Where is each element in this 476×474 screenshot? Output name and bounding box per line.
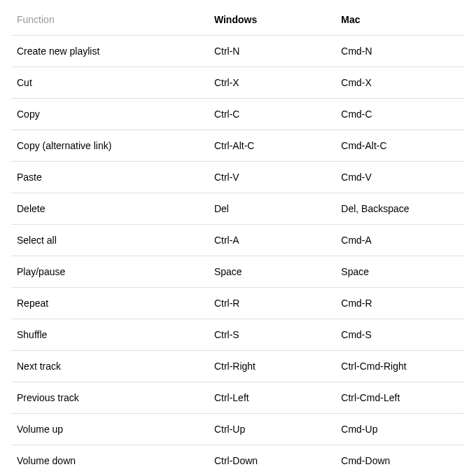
table-row: DeleteDelDel, Backspace xyxy=(11,193,465,225)
shortcuts-table: Function Windows Mac Create new playlist… xyxy=(11,7,465,474)
cell-windows: Ctrl-N xyxy=(209,36,335,67)
cell-windows: Del xyxy=(209,193,335,225)
cell-mac: Del, Backspace xyxy=(335,193,465,225)
cell-windows: Ctrl-A xyxy=(209,225,335,256)
cell-function: Select all xyxy=(11,225,209,256)
cell-windows: Ctrl-V xyxy=(209,162,335,193)
cell-mac: Cmd-S xyxy=(335,319,465,351)
cell-mac: Cmd-V xyxy=(335,162,465,193)
cell-mac: Cmd-R xyxy=(335,288,465,319)
header-mac: Mac xyxy=(335,7,465,36)
cell-function: Volume up xyxy=(11,414,209,445)
table-row: CopyCtrl-CCmd-C xyxy=(11,99,465,130)
table-row: Next trackCtrl-RightCtrl-Cmd-Right xyxy=(11,351,465,382)
cell-function: Next track xyxy=(11,351,209,382)
table-row: Create new playlistCtrl-NCmd-N xyxy=(11,36,465,67)
header-function: Function xyxy=(11,7,209,36)
cell-mac: Cmd-X xyxy=(335,67,465,99)
table-row: Volume upCtrl-UpCmd-Up xyxy=(11,414,465,445)
cell-windows: Ctrl-Up xyxy=(209,414,335,445)
table-row: Previous trackCtrl-LeftCtrl-Cmd-Left xyxy=(11,382,465,414)
table-header-row: Function Windows Mac xyxy=(11,7,465,36)
table-row: PasteCtrl-VCmd-V xyxy=(11,162,465,193)
cell-mac: Cmd-C xyxy=(335,99,465,130)
table-row: Copy (alternative link)Ctrl-Alt-CCmd-Alt… xyxy=(11,130,465,162)
cell-windows: Ctrl-Alt-C xyxy=(209,130,335,162)
cell-mac: Ctrl-Cmd-Left xyxy=(335,382,465,414)
cell-mac: Cmd-N xyxy=(335,36,465,67)
cell-function: Create new playlist xyxy=(11,36,209,67)
cell-windows: Space xyxy=(209,256,335,288)
cell-windows: Ctrl-Left xyxy=(209,382,335,414)
cell-mac: Cmd-A xyxy=(335,225,465,256)
table-body: Create new playlistCtrl-NCmd-NCutCtrl-XC… xyxy=(11,36,465,475)
table-row: ShuffleCtrl-SCmd-S xyxy=(11,319,465,351)
cell-function: Cut xyxy=(11,67,209,99)
cell-windows: Ctrl-Down xyxy=(209,445,335,475)
table-row: Volume downCtrl-DownCmd-Down xyxy=(11,445,465,475)
table-row: CutCtrl-XCmd-X xyxy=(11,67,465,99)
cell-mac: Cmd-Alt-C xyxy=(335,130,465,162)
header-windows: Windows xyxy=(209,7,335,36)
cell-windows: Ctrl-S xyxy=(209,319,335,351)
cell-windows: Ctrl-R xyxy=(209,288,335,319)
cell-function: Delete xyxy=(11,193,209,225)
cell-mac: Space xyxy=(335,256,465,288)
cell-function: Copy xyxy=(11,99,209,130)
cell-mac: Ctrl-Cmd-Right xyxy=(335,351,465,382)
cell-mac: Cmd-Up xyxy=(335,414,465,445)
cell-function: Shuffle xyxy=(11,319,209,351)
cell-windows: Ctrl-X xyxy=(209,67,335,99)
cell-windows: Ctrl-Right xyxy=(209,351,335,382)
cell-mac: Cmd-Down xyxy=(335,445,465,475)
cell-function: Paste xyxy=(11,162,209,193)
cell-function: Previous track xyxy=(11,382,209,414)
table-row: RepeatCtrl-RCmd-R xyxy=(11,288,465,319)
cell-function: Copy (alternative link) xyxy=(11,130,209,162)
cell-function: Repeat xyxy=(11,288,209,319)
cell-windows: Ctrl-C xyxy=(209,99,335,130)
table-row: Play/pauseSpaceSpace xyxy=(11,256,465,288)
cell-function: Play/pause xyxy=(11,256,209,288)
table-row: Select allCtrl-ACmd-A xyxy=(11,225,465,256)
cell-function: Volume down xyxy=(11,445,209,475)
